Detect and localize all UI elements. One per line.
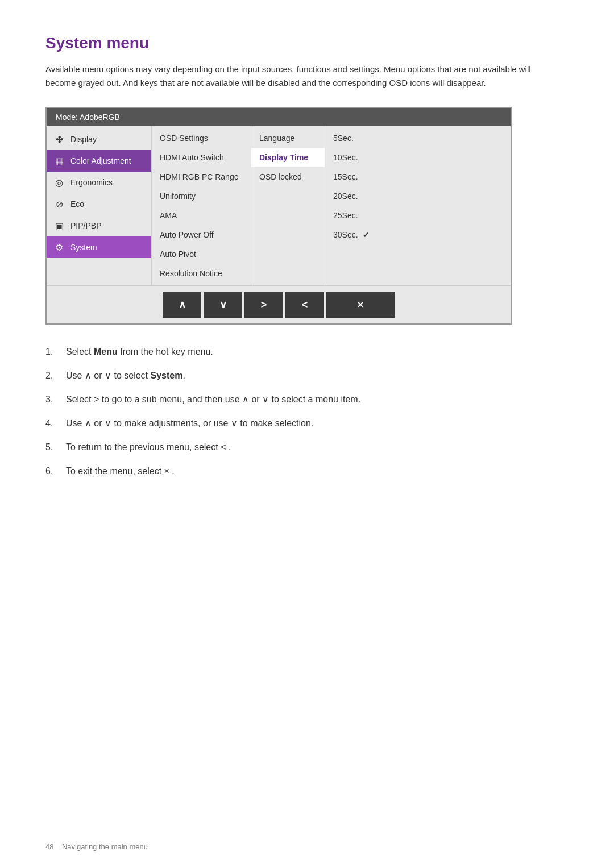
nav-left-button[interactable]: < [285, 292, 324, 318]
val-15sec: 15Sec. [325, 167, 511, 186]
instruction-6: 6. To exit the menu, select × . [45, 464, 569, 478]
nav-right-button[interactable]: > [244, 292, 283, 318]
val-25sec: 25Sec. [325, 206, 511, 225]
opt-language: Language [251, 128, 325, 148]
or-text-3: or [251, 394, 259, 404]
osd-options-column: Language Display Time OSD locked [251, 126, 325, 285]
checkmark-icon: ✔ [363, 230, 370, 239]
osd-item-pip: ▣ PIP/PBP [47, 215, 151, 236]
step-text-3: Select > to go to a sub menu, and then u… [66, 393, 360, 406]
step-number-2: 2. [45, 369, 66, 383]
step-text-4: Use ∧ or ∨ to make adjustments, or use ∨… [66, 417, 313, 430]
page-title: System menu [45, 34, 569, 52]
osd-item-pip-label: PIP/PBP [70, 221, 101, 230]
footer-label: Navigating the main menu [62, 842, 148, 851]
step-number-5: 5. [45, 441, 66, 454]
sub-uniformity: Uniformity [152, 186, 251, 206]
osd-item-system: ⚙ System [47, 236, 151, 258]
instruction-2: 2. Use ∧ or ∨ to select System. [45, 369, 569, 383]
step-number-1: 1. [45, 345, 66, 359]
sub-resolution-notice: Resolution Notice [152, 264, 251, 283]
instruction-1: 1. Select Menu from the hot key menu. [45, 345, 569, 359]
sub-auto-pivot: Auto Pivot [152, 244, 251, 264]
step-text-6: To exit the menu, select × . [66, 464, 175, 478]
or-text-2a: or [94, 371, 102, 380]
sub-hdmi-rgb-pc-range: HDMI RGB PC Range [152, 167, 251, 186]
osd-menu-area: ✤ Display ▦ Color Adjustment ◎ Ergonomic… [47, 126, 511, 285]
step-text-5: To return to the previous menu, select <… [66, 441, 231, 454]
display-icon: ✤ [53, 134, 65, 145]
intro-paragraph: Available menu options may vary dependin… [45, 63, 534, 90]
osd-item-ergonomics: ◎ Ergonomics [47, 172, 151, 193]
instruction-3: 3. Select > to go to a sub menu, and the… [45, 393, 569, 406]
opt-osd-locked: OSD locked [251, 167, 325, 186]
eco-icon: ⊘ [53, 198, 65, 210]
or-text-4b: or [203, 418, 211, 428]
step-text-2: Use ∧ or ∨ to select System. [66, 369, 185, 383]
osd-screenshot: Mode: AdobeRGB ✤ Display ▦ Color Adjustm… [45, 107, 512, 325]
instructions-list: 1. Select Menu from the hot key menu. 2.… [45, 345, 569, 478]
nav-down-button[interactable]: ∨ [204, 292, 242, 318]
or-text-4a: or [94, 418, 102, 428]
sub-osd-settings: OSD Settings [152, 128, 251, 148]
osd-nav-bar: ∧ ∨ > < × [47, 285, 511, 323]
osd-item-system-label: System [70, 243, 97, 252]
step-text-1: Select Menu from the hot key menu. [66, 345, 213, 359]
system-icon: ⚙ [53, 242, 65, 253]
osd-item-display-label: Display [70, 135, 97, 144]
val-10sec: 10Sec. [325, 148, 511, 167]
sub-auto-power-off: Auto Power Off [152, 225, 251, 244]
osd-mode-bar: Mode: AdobeRGB [47, 108, 511, 126]
step-number-6: 6. [45, 464, 66, 478]
nav-up-button[interactable]: ∧ [163, 292, 201, 318]
nav-close-button[interactable]: × [326, 292, 395, 318]
val-30sec: 30Sec. ✔ [325, 225, 511, 244]
osd-item-display: ✤ Display [47, 128, 151, 150]
val-5sec: 5Sec. [325, 128, 511, 148]
pip-icon: ▣ [53, 220, 65, 231]
opt-display-time: Display Time [251, 148, 325, 167]
osd-sub-menu: OSD Settings HDMI Auto Switch HDMI RGB P… [152, 126, 251, 285]
osd-values-column: 5Sec. 10Sec. 15Sec. 20Sec. 25Sec. 30Sec.… [325, 126, 511, 285]
ergonomics-icon: ◎ [53, 177, 65, 188]
step-number-3: 3. [45, 393, 66, 406]
step-number-4: 4. [45, 417, 66, 430]
instruction-5: 5. To return to the previous menu, selec… [45, 441, 569, 454]
osd-item-color-label: Color Adjustment [70, 156, 131, 165]
osd-item-eco: ⊘ Eco [47, 193, 151, 215]
val-20sec: 20Sec. [325, 186, 511, 206]
sub-ama: AMA [152, 206, 251, 225]
sub-hdmi-auto-switch: HDMI Auto Switch [152, 148, 251, 167]
page-footer: 48 Navigating the main menu [45, 842, 148, 851]
osd-item-ergonomics-label: Ergonomics [70, 178, 113, 187]
instruction-4: 4. Use ∧ or ∨ to make adjustments, or us… [45, 417, 569, 430]
osd-left-menu: ✤ Display ▦ Color Adjustment ◎ Ergonomic… [47, 126, 152, 285]
page-number: 48 [45, 842, 53, 851]
osd-item-eco-label: Eco [70, 200, 84, 209]
osd-item-color-adjustment: ▦ Color Adjustment [47, 150, 151, 172]
color-adjustment-icon: ▦ [53, 155, 65, 167]
